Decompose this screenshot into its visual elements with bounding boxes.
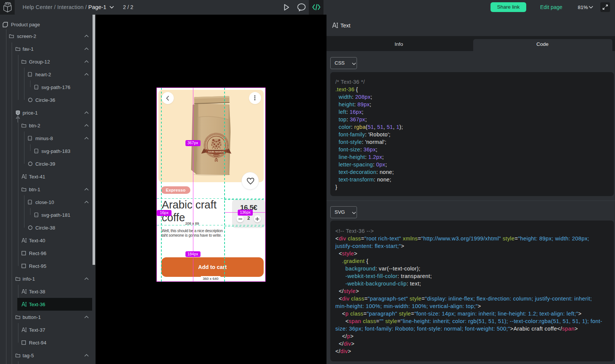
svg-text:HABI NAHUC: HABI NAHUC [208,150,224,153]
